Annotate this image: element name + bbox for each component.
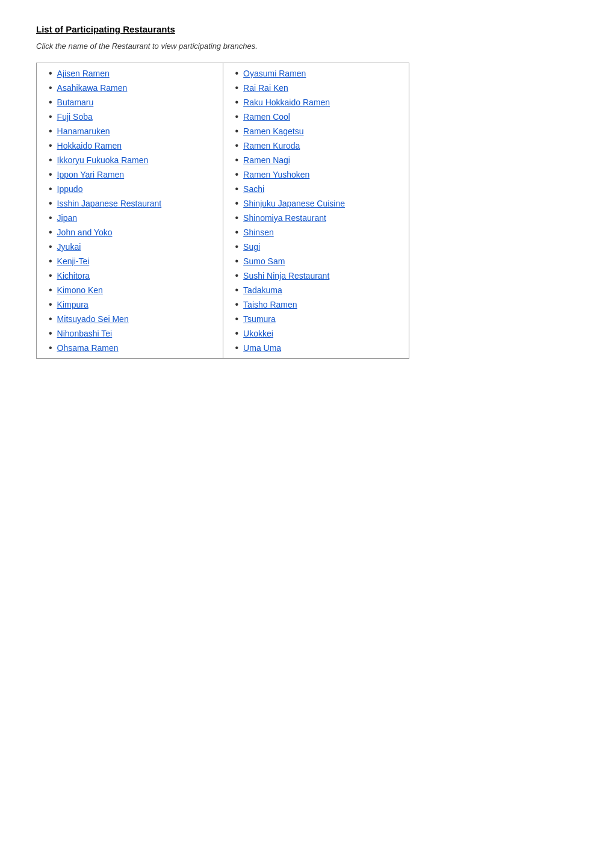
restaurant-link[interactable]: Jipan bbox=[57, 213, 77, 223]
list-item: Ukokkei bbox=[235, 326, 403, 341]
list-item: Ajisen Ramen bbox=[49, 66, 217, 81]
restaurant-link[interactable]: Kichitora bbox=[57, 271, 90, 281]
list-item: Isshin Japanese Restaurant bbox=[49, 196, 217, 211]
restaurant-link[interactable]: Rai Rai Ken bbox=[243, 83, 288, 93]
restaurant-link[interactable]: Ippon Yari Ramen bbox=[57, 170, 125, 179]
restaurant-table: Ajisen RamenAsahikawa RamenButamaruFuji … bbox=[36, 63, 409, 359]
list-item: Sugi bbox=[235, 240, 403, 254]
left-column: Ajisen RamenAsahikawa RamenButamaruFuji … bbox=[37, 63, 223, 359]
restaurant-link[interactable]: John and Yoko bbox=[57, 228, 113, 237]
list-item: John and Yoko bbox=[49, 225, 217, 240]
list-item: Hanamaruken bbox=[49, 124, 217, 138]
list-item: Sumo Sam bbox=[235, 254, 403, 268]
list-item: Kichitora bbox=[49, 268, 217, 283]
list-item: Ramen Cool bbox=[235, 110, 403, 124]
list-item: Nihonbashi Tei bbox=[49, 326, 217, 341]
restaurant-link[interactable]: Nihonbashi Tei bbox=[57, 329, 113, 338]
list-item: Oyasumi Ramen bbox=[235, 66, 403, 81]
left-restaurant-list: Ajisen RamenAsahikawa RamenButamaruFuji … bbox=[49, 66, 217, 355]
restaurant-link[interactable]: Taisho Ramen bbox=[243, 300, 297, 309]
list-item: Ippudo bbox=[49, 182, 217, 196]
list-item: Sushi Ninja Restaurant bbox=[235, 268, 403, 283]
restaurant-link[interactable]: Ajisen Ramen bbox=[57, 69, 110, 78]
list-item: Mitsuyado Sei Men bbox=[49, 312, 217, 326]
list-item: Ikkoryu Fukuoka Ramen bbox=[49, 153, 217, 167]
restaurant-link[interactable]: Uma Uma bbox=[243, 343, 281, 353]
restaurant-link[interactable]: Ramen Kagetsu bbox=[243, 126, 303, 136]
restaurant-link[interactable]: Ramen Cool bbox=[243, 112, 290, 122]
restaurant-link[interactable]: Hokkaido Ramen bbox=[57, 141, 122, 150]
list-item: Ippon Yari Ramen bbox=[49, 167, 217, 182]
restaurant-link[interactable]: Kimpura bbox=[57, 300, 88, 309]
restaurant-link[interactable]: Shinsen bbox=[243, 228, 274, 237]
list-item: Ramen Kuroda bbox=[235, 138, 403, 153]
restaurant-link[interactable]: Shinomiya Restaurant bbox=[243, 213, 326, 223]
restaurant-link[interactable]: Tsumura bbox=[243, 314, 276, 324]
list-item: Ramen Nagi bbox=[235, 153, 403, 167]
page-title: List of Participating Restaurants bbox=[36, 24, 578, 34]
restaurant-link[interactable]: Ramen Kuroda bbox=[243, 141, 300, 150]
list-item: Kimono Ken bbox=[49, 283, 217, 297]
restaurant-link[interactable]: Ikkoryu Fukuoka Ramen bbox=[57, 155, 149, 165]
list-item: Ramen Kagetsu bbox=[235, 124, 403, 138]
restaurant-link[interactable]: Tadakuma bbox=[243, 285, 282, 295]
list-item: Fuji Soba bbox=[49, 110, 217, 124]
list-item: Shinomiya Restaurant bbox=[235, 211, 403, 225]
list-item: Jipan bbox=[49, 211, 217, 225]
restaurant-link[interactable]: Ohsama Ramen bbox=[57, 343, 119, 353]
restaurant-link[interactable]: Kimono Ken bbox=[57, 285, 103, 295]
list-item: Tadakuma bbox=[235, 283, 403, 297]
list-item: Raku Hokkaido Ramen bbox=[235, 95, 403, 110]
list-item: Shinsen bbox=[235, 225, 403, 240]
restaurant-link[interactable]: Raku Hokkaido Ramen bbox=[243, 98, 330, 107]
right-column: Oyasumi RamenRai Rai KenRaku Hokkaido Ra… bbox=[223, 63, 409, 359]
restaurant-link[interactable]: Oyasumi Ramen bbox=[243, 69, 306, 78]
restaurant-link[interactable]: Jyukai bbox=[57, 242, 81, 252]
restaurant-link[interactable]: Mitsuyado Sei Men bbox=[57, 314, 129, 324]
restaurant-link[interactable]: Isshin Japanese Restaurant bbox=[57, 199, 162, 208]
restaurant-link[interactable]: Butamaru bbox=[57, 98, 94, 107]
list-item: Rai Rai Ken bbox=[235, 81, 403, 95]
list-item: Uma Uma bbox=[235, 341, 403, 355]
page-subtitle: Click the name of the Restaurant to view… bbox=[36, 42, 578, 51]
restaurant-link[interactable]: Sushi Ninja Restaurant bbox=[243, 271, 329, 281]
list-item: Ohsama Ramen bbox=[49, 341, 217, 355]
list-item: Asahikawa Ramen bbox=[49, 81, 217, 95]
restaurant-link[interactable]: Ramen Nagi bbox=[243, 155, 290, 165]
list-item: Tsumura bbox=[235, 312, 403, 326]
restaurant-link[interactable]: Kenji-Tei bbox=[57, 256, 90, 266]
restaurant-link[interactable]: Ramen Yushoken bbox=[243, 170, 309, 179]
restaurant-link[interactable]: Sugi bbox=[243, 242, 260, 252]
restaurant-link[interactable]: Sachi bbox=[243, 184, 264, 194]
list-item: Taisho Ramen bbox=[235, 297, 403, 312]
restaurant-link[interactable]: Asahikawa Ramen bbox=[57, 83, 128, 93]
list-item: Butamaru bbox=[49, 95, 217, 110]
list-item: Ramen Yushoken bbox=[235, 167, 403, 182]
restaurant-link[interactable]: Fuji Soba bbox=[57, 112, 93, 122]
list-item: Hokkaido Ramen bbox=[49, 138, 217, 153]
restaurant-link[interactable]: Shinjuku Japanese Cuisine bbox=[243, 199, 345, 208]
restaurant-link[interactable]: Sumo Sam bbox=[243, 256, 285, 266]
list-item: Jyukai bbox=[49, 240, 217, 254]
list-item: Kimpura bbox=[49, 297, 217, 312]
list-item: Shinjuku Japanese Cuisine bbox=[235, 196, 403, 211]
restaurant-link[interactable]: Ukokkei bbox=[243, 329, 273, 338]
restaurant-link[interactable]: Ippudo bbox=[57, 184, 83, 194]
right-restaurant-list: Oyasumi RamenRai Rai KenRaku Hokkaido Ra… bbox=[235, 66, 403, 355]
restaurant-link[interactable]: Hanamaruken bbox=[57, 126, 110, 136]
list-item: Sachi bbox=[235, 182, 403, 196]
list-item: Kenji-Tei bbox=[49, 254, 217, 268]
